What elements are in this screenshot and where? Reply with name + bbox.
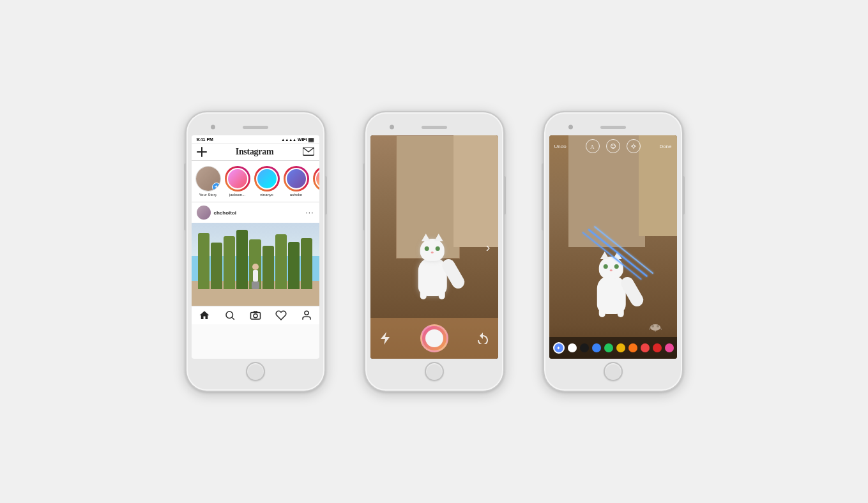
sticker-icon[interactable] — [606, 139, 620, 153]
svg-point-17 — [611, 145, 613, 146]
drawn-lines — [549, 135, 677, 359]
color-orange[interactable] — [628, 343, 637, 352]
story-ring-jackson — [225, 166, 250, 191]
nav-camera[interactable] — [250, 310, 261, 321]
home-button-1[interactable] — [246, 362, 265, 381]
color-green[interactable] — [604, 343, 613, 352]
svg-text:A: A — [590, 144, 595, 149]
story-label-ashoke: ashoke — [290, 193, 302, 197]
next-chevron-icon[interactable]: › — [486, 240, 491, 255]
feed-post: chchoitoi ··· — [192, 202, 319, 306]
phone-1: 9:41 PM ▲▲▲▲ WiFi ▓▓ Instagram — [185, 111, 326, 392]
phone-2-bottom — [425, 363, 444, 380]
story-item-minz[interactable]: minz — [313, 166, 319, 197]
your-story-label: Your Story — [199, 193, 217, 197]
phone-1-bottom — [246, 363, 265, 380]
post-image — [192, 223, 319, 306]
speaker-1 — [243, 126, 268, 129]
story-avatar-jackson — [227, 168, 248, 190]
instagram-header: Instagram — [192, 144, 319, 161]
phone-3-bottom — [604, 363, 623, 380]
color-black[interactable] — [580, 343, 589, 352]
phone-3-screen: Undo A — [549, 135, 677, 359]
settings-icon[interactable] — [627, 139, 641, 153]
phone-2-top — [370, 121, 498, 133]
front-camera-2 — [390, 125, 394, 130]
story-label-ninanyc: ninanyc — [260, 193, 273, 197]
post-more-icon[interactable]: ··· — [305, 208, 314, 217]
post-user: chchoitoi — [197, 206, 237, 220]
home-button-2[interactable] — [425, 362, 444, 381]
speaker-2 — [422, 126, 447, 129]
your-story-item[interactable]: + Your Story — [195, 166, 221, 197]
story-ring-ashoke — [284, 166, 309, 191]
color-red[interactable] — [653, 343, 662, 352]
inbox-icon[interactable] — [303, 147, 314, 156]
color-blue[interactable] — [592, 343, 601, 352]
front-camera-3 — [568, 125, 573, 130]
text-tool-icon[interactable]: A — [586, 139, 600, 153]
nav-heart[interactable] — [275, 310, 287, 321]
status-icons: ▲▲▲▲ WiFi ▓▓ — [281, 137, 314, 142]
color-white[interactable] — [568, 343, 577, 352]
story-avatar-minz — [315, 168, 319, 190]
story-ring-ninanyc — [254, 166, 280, 191]
svg-point-1 — [226, 312, 233, 319]
cactus-background — [192, 223, 319, 306]
color-pink[interactable] — [665, 343, 674, 352]
camera-controls — [370, 318, 498, 359]
shutter-inner — [425, 329, 443, 347]
wifi-icon: WiFi — [298, 137, 307, 142]
stories-row: + Your Story jackson... — [192, 161, 319, 202]
cat-figure — [415, 239, 450, 296]
story-item-ninanyc[interactable]: ninanyc — [254, 166, 280, 197]
story-avatar-ashoke — [286, 168, 307, 190]
instagram-nav — [192, 306, 319, 324]
status-bar-1: 9:41 PM ▲▲▲▲ WiFi ▓▓ — [192, 135, 319, 144]
nav-home[interactable] — [199, 310, 210, 321]
color-red-orange[interactable] — [641, 343, 650, 352]
drawing-top-bar: Undo A — [549, 135, 677, 157]
phone-3-top — [549, 121, 677, 133]
your-story-avatar: + — [195, 166, 221, 191]
phone-1-screen: 9:41 PM ▲▲▲▲ WiFi ▓▓ Instagram — [192, 135, 319, 359]
status-time: 9:41 PM — [197, 137, 213, 142]
svg-point-5 — [305, 311, 308, 315]
flip-camera-icon[interactable] — [474, 329, 492, 347]
svg-line-2 — [232, 317, 234, 319]
story-avatar-ninanyc — [256, 168, 278, 190]
speaker-3 — [600, 126, 626, 129]
svg-point-4 — [254, 314, 257, 318]
phone-1-top — [192, 121, 319, 133]
drawing-center-icons: A — [586, 139, 641, 153]
post-header: chchoitoi ··· — [192, 202, 319, 223]
shutter-button[interactable] — [420, 324, 448, 352]
story-label-jackson: jackson... — [229, 193, 245, 197]
add-story-plus: + — [212, 183, 221, 191]
nav-profile[interactable] — [301, 310, 312, 321]
sparkle-brush-dot[interactable]: ✦ — [553, 342, 565, 354]
instagram-title: Instagram — [236, 147, 274, 157]
home-button-3[interactable] — [604, 362, 623, 381]
nav-search[interactable] — [224, 310, 236, 321]
done-button[interactable]: Done — [659, 144, 671, 149]
svg-line-12 — [588, 229, 647, 276]
signal-icon: ▲▲▲▲ — [281, 138, 296, 142]
battery-icon: ▓▓ — [308, 138, 314, 142]
undo-button[interactable]: Undo — [554, 144, 567, 149]
svg-point-18 — [613, 145, 614, 146]
svg-line-13 — [594, 227, 653, 274]
post-username: chchoitoi — [214, 210, 237, 216]
phone-2-screen: › — [370, 135, 498, 359]
new-post-icon[interactable] — [197, 147, 207, 157]
flash-icon[interactable] — [377, 329, 395, 347]
person-figure — [251, 264, 260, 289]
svg-point-19 — [632, 145, 635, 147]
front-camera-1 — [211, 125, 215, 130]
color-yellow[interactable] — [616, 343, 625, 352]
story-item-ashoke[interactable]: ashoke — [284, 166, 309, 197]
story-ring-minz — [313, 166, 319, 191]
story-item-jackson[interactable]: jackson... — [225, 166, 250, 197]
post-avatar — [197, 206, 211, 220]
color-palette: ✦ — [549, 337, 677, 359]
